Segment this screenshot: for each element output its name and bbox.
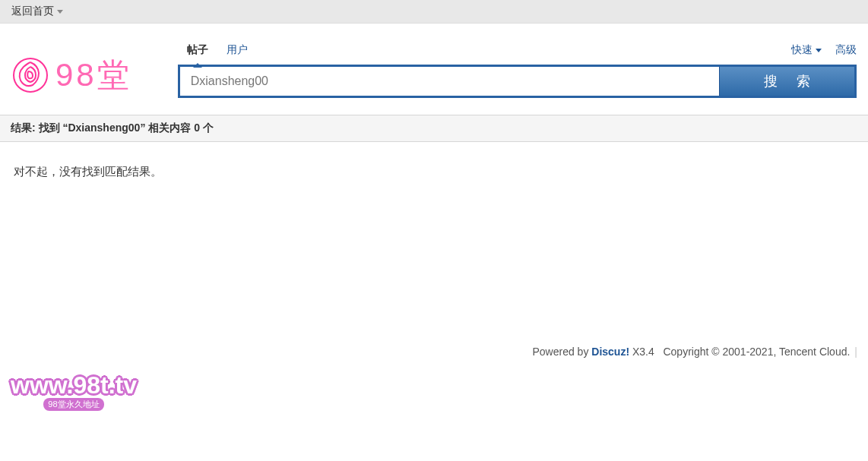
footer-logo[interactable]: www.98t.tv 98堂永久地址 (0, 364, 868, 418)
fast-link[interactable]: 快速 (791, 43, 822, 57)
tab-posts[interactable]: 帖子 (178, 39, 217, 62)
footer-version: X3.4 (629, 346, 654, 358)
discuz-label: Discuz! (591, 346, 629, 358)
header: 98堂 帖子 用户 快速 高级 搜 索 (0, 24, 868, 106)
home-link[interactable]: 返回首页 (11, 5, 63, 18)
footer-url: www.98t.tv (11, 371, 137, 399)
tab-users[interactable]: 用户 (217, 39, 257, 62)
footer-copyright: Copyright © 2001-2021, Tencent Cloud. (663, 346, 850, 358)
footer-powered: Powered by (532, 346, 591, 358)
advanced-link-label: 高级 (835, 43, 857, 57)
logo-text: 98堂 (55, 54, 132, 96)
logo[interactable]: 98堂 (11, 54, 132, 96)
svg-point-0 (14, 58, 47, 92)
home-link-label: 返回首页 (11, 5, 54, 18)
search-input[interactable] (180, 67, 719, 96)
search-button[interactable]: 搜 索 (719, 67, 854, 96)
tab-users-label: 用户 (227, 43, 248, 55)
result-count: 0 (194, 122, 200, 134)
result-suffix: 个 (200, 122, 214, 134)
footer: Powered by Discuz! X3.4 Copyright © 2001… (0, 339, 868, 364)
result-header: 结果: 找到 “Dxiansheng00” 相关内容 0 个 (0, 115, 868, 142)
advanced-link[interactable]: 高级 (835, 43, 857, 57)
search-button-label: 搜 索 (764, 74, 818, 89)
result-prefix: 结果: 找到 “ (11, 122, 68, 134)
footer-url-sub: 98堂永久地址 (43, 398, 103, 411)
empty-message: 对不起，没有找到匹配结果。 (14, 165, 162, 178)
tab-posts-label: 帖子 (187, 43, 208, 55)
result-body: 对不起，没有找到匹配结果。 (0, 142, 868, 339)
discuz-link[interactable]: Discuz! (591, 346, 629, 358)
rose-icon (11, 56, 49, 94)
search-area: 帖子 用户 快速 高级 搜 索 (178, 39, 857, 98)
footer-separator: | (854, 346, 857, 358)
topbar: 返回首页 (0, 0, 868, 24)
result-query: Dxiansheng00 (68, 122, 140, 134)
result-mid: ” 相关内容 (140, 122, 194, 134)
search-tabs: 帖子 用户 快速 高级 (178, 39, 857, 62)
search-row: 搜 索 (178, 65, 857, 98)
fast-link-label: 快速 (791, 43, 813, 57)
